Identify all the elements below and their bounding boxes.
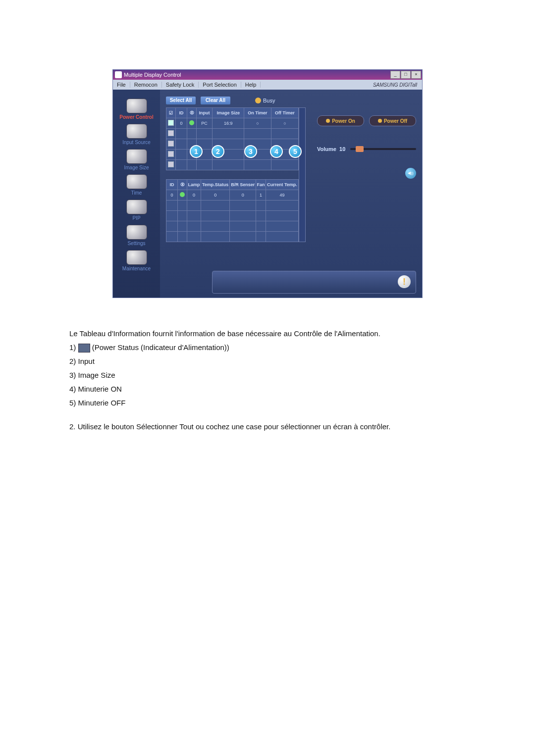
callout-3: 3 (244, 145, 257, 158)
minimize-button[interactable]: _ (390, 71, 400, 79)
sidebar-item-time[interactable]: Time (113, 174, 160, 196)
table-row[interactable] (166, 232, 299, 242)
col-id: ID (166, 180, 178, 190)
table-row[interactable] (166, 129, 299, 139)
sidebar-item-power-control[interactable]: Power Control (113, 99, 160, 120)
titlebar: Multiple Display Control _ □ × (113, 70, 422, 80)
col-status: ⦿ (178, 180, 187, 190)
table-row[interactable] (166, 160, 299, 170)
status-led-icon (189, 120, 194, 125)
col-fan: Fan (256, 180, 266, 190)
input-icon (126, 124, 147, 139)
callout-2: 2 (212, 145, 224, 158)
table-row[interactable] (166, 201, 299, 211)
menu-remocon[interactable]: Remocon (130, 82, 162, 88)
doc-intro: Le Tableau d'Information fournit l'infor… (69, 328, 466, 340)
window-title: Multiple Display Control (124, 72, 181, 78)
doc-line-2: 2. Utilisez le bouton Sélectionner Tout … (69, 421, 466, 433)
power-status-icon (78, 344, 90, 353)
status-led-icon (180, 192, 185, 197)
settings-icon (126, 225, 147, 240)
clear-all-button[interactable]: Clear All (201, 97, 230, 104)
busy-dot-icon (255, 98, 261, 103)
sidebar: Power Control Input Source Image Size Ti… (113, 90, 160, 298)
document-text: Le Tableau d'Information fournit l'infor… (69, 328, 466, 433)
sidebar-item-image-size[interactable]: Image Size (113, 149, 160, 170)
sidebar-item-pip[interactable]: PIP (113, 200, 160, 221)
doc-item-1: 1) (Power Status (Indicateur d'Alimentat… (69, 342, 466, 353)
maintenance-icon (126, 250, 147, 265)
doc-item-5: 5) Minuterie OFF (69, 397, 466, 409)
table-row[interactable]: 0 0 0 0 1 49 (166, 190, 299, 201)
select-all-button[interactable]: Select All (166, 97, 196, 104)
callout-1: 1 (190, 145, 203, 158)
menu-file[interactable]: File (113, 82, 130, 88)
doc-item-4: 4) Minuterie ON (69, 383, 466, 395)
menu-port-selection[interactable]: Port Selection (199, 82, 241, 88)
row-checkbox[interactable] (168, 130, 174, 136)
info-table-1: ☑ ID ⦿ Input Image Size On Timer Off Tim… (166, 107, 299, 170)
table-row[interactable]: 0 PC 16:9 ○ ○ (166, 118, 299, 129)
callouts: 1 2 3 4 5 (224, 145, 302, 158)
callout-4: 4 (270, 145, 283, 158)
brand-label: SAMSUNG DIGITall (373, 82, 417, 88)
status-bar: ! (212, 271, 416, 294)
maximize-button[interactable]: □ (401, 71, 411, 79)
app-icon (115, 71, 122, 78)
power-off-button[interactable]: Power Off (369, 115, 416, 126)
col-current-temp: Current Temp. (266, 180, 298, 190)
doc-item-2: 2) Input (69, 355, 466, 367)
callout-5: 5 (289, 145, 302, 158)
close-button[interactable]: × (411, 71, 421, 79)
volume-control: Volume 10 (317, 146, 416, 152)
col-temp-status: Temp.Status (201, 180, 229, 190)
sidebar-item-input-source[interactable]: Input Source (113, 124, 160, 145)
dot-icon (378, 119, 382, 123)
menu-safety-lock[interactable]: Safety Lock (162, 82, 199, 88)
col-off-timer: Off Timer (271, 108, 298, 118)
col-br-senser: B/R Senser (230, 180, 256, 190)
speaker-icon[interactable]: ◀)) (405, 168, 416, 179)
menu-help[interactable]: Help (241, 82, 261, 88)
dot-icon (326, 119, 330, 123)
info-table-2: ID ⦿ Lamp Temp.Status B/R Senser Fan Cur… (166, 179, 299, 242)
row-checkbox[interactable] (168, 161, 174, 167)
scrollbar[interactable] (299, 107, 306, 242)
volume-label: Volume (317, 146, 336, 152)
col-input: Input (197, 108, 213, 118)
volume-slider[interactable] (350, 148, 416, 150)
row-checkbox[interactable] (168, 141, 174, 147)
sidebar-item-maintenance[interactable]: Maintenance (113, 250, 160, 271)
col-lamp: Lamp (187, 180, 201, 190)
row-checkbox[interactable] (168, 120, 174, 126)
info-icon[interactable]: ! (398, 275, 411, 288)
pip-icon (126, 200, 147, 214)
power-on-button[interactable]: Power On (317, 115, 364, 126)
app-window: Multiple Display Control _ □ × File Remo… (112, 69, 423, 298)
sidebar-item-settings[interactable]: Settings (113, 225, 160, 246)
volume-value: 10 (339, 146, 345, 152)
col-status: ⦿ (187, 108, 197, 118)
col-image-size: Image Size (213, 108, 244, 118)
busy-indicator: Busy (255, 98, 275, 103)
power-icon (126, 99, 147, 113)
table-row[interactable] (166, 221, 299, 232)
table-row[interactable] (166, 211, 299, 221)
time-icon (126, 174, 147, 189)
slider-thumb[interactable] (356, 146, 364, 152)
col-id: ID (176, 108, 187, 118)
col-checkbox: ☑ (166, 108, 176, 118)
image-size-icon (126, 149, 147, 164)
doc-item-3: 3) Image Size (69, 369, 466, 381)
row-checkbox[interactable] (168, 151, 174, 157)
col-on-timer: On Timer (244, 108, 271, 118)
